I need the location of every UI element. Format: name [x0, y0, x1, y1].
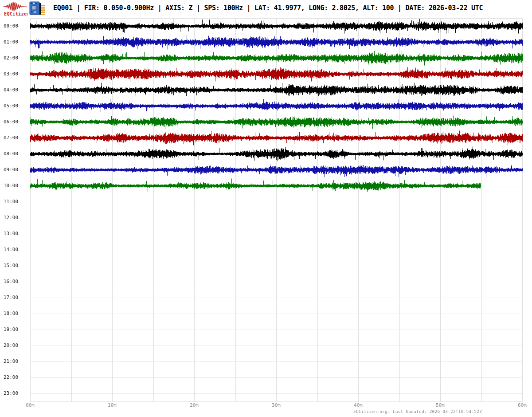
- hour-label: 00:00: [4, 24, 20, 29]
- hour-label: 13:00: [4, 231, 20, 236]
- hour-label: 11:00: [4, 199, 20, 205]
- hour-label: 20:00: [4, 343, 20, 348]
- hour-label: 21:00: [4, 359, 20, 364]
- x-tick-label: 00m: [20, 403, 40, 408]
- hour-label: 19:00: [4, 327, 20, 332]
- x-tick-label: 20m: [184, 403, 204, 408]
- x-tick-label: 10m: [102, 403, 122, 408]
- hour-label: 08:00: [4, 151, 20, 157]
- hour-label: 16:00: [4, 279, 20, 284]
- hour-label: 15:00: [4, 263, 20, 268]
- x-tick-label: 50m: [430, 403, 450, 408]
- hour-label: 18:00: [4, 311, 20, 316]
- hour-label: 01:00: [4, 39, 20, 45]
- hour-label: 12:00: [4, 215, 20, 220]
- hour-label: 05:00: [4, 103, 20, 109]
- x-tick-label: 60m: [512, 403, 532, 408]
- hour-label: 10:00: [4, 183, 20, 189]
- x-tick-label: 30m: [266, 403, 286, 408]
- helicorder-canvas: [0, 0, 532, 417]
- hour-label: 09:00: [4, 167, 20, 173]
- hour-label: 17:00: [4, 295, 20, 300]
- helicorder-page: { "header": { "logo": { "text": "EQCitiz…: [0, 0, 532, 417]
- hour-label: 22:00: [4, 375, 20, 380]
- hour-label: 04:00: [4, 87, 20, 93]
- hour-label: 07:00: [4, 135, 20, 141]
- hour-label: 02:00: [4, 55, 20, 61]
- x-tick-label: 40m: [348, 403, 368, 408]
- hour-label: 06:00: [4, 119, 20, 125]
- footer-status: EQCitizen.org. Last Updated: 2026-03-22T…: [353, 409, 482, 414]
- hour-label: 23:00: [4, 391, 20, 396]
- hour-label: 03:00: [4, 71, 20, 77]
- hour-label: 14:00: [4, 247, 20, 252]
